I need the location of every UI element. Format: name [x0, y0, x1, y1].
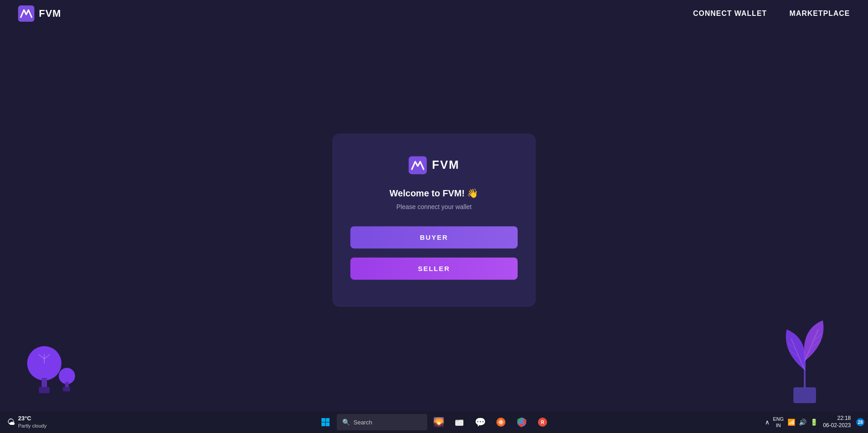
- weather-icon: 🌤: [7, 418, 15, 427]
- card-logo-text: FVM: [432, 158, 460, 172]
- search-bar[interactable]: 🔍 Search: [337, 414, 427, 430]
- main-card: FVM Welcome to FVM! 👋 Please connect you…: [332, 133, 536, 307]
- weather-widget[interactable]: 🌤 23°C Partly cloudy: [4, 413, 50, 431]
- weather-temp: 23°C: [18, 415, 47, 423]
- svg-rect-19: [321, 418, 326, 422]
- system-date: 06-02-2023: [823, 422, 851, 429]
- buyer-button[interactable]: BUYER: [350, 226, 518, 248]
- taskbar-left: 🌤 23°C Partly cloudy: [4, 413, 50, 431]
- card-logo-area: FVM: [409, 156, 460, 174]
- seller-button[interactable]: SELLER: [350, 257, 518, 280]
- file-manager-button[interactable]: [450, 413, 469, 432]
- navbar: FVM CONNECT WALLET MARKETPLACE: [0, 0, 868, 27]
- svg-point-25: [499, 420, 503, 424]
- svg-rect-6: [39, 387, 50, 393]
- system-time: 22:18: [837, 415, 851, 422]
- volume-icon[interactable]: 🔊: [799, 419, 807, 426]
- language-code: ENG: [773, 416, 784, 422]
- svg-rect-22: [326, 423, 330, 427]
- language-indicator: ENG IN: [773, 416, 784, 429]
- photos-app-button[interactable]: 🌄: [429, 413, 448, 432]
- marketplace-link[interactable]: MARKETPLACE: [789, 10, 850, 18]
- search-icon: 🔍: [342, 419, 350, 426]
- search-bar-text: Search: [354, 419, 372, 426]
- wifi-icon[interactable]: 📶: [788, 419, 795, 426]
- weather-condition: Partly cloudy: [18, 423, 47, 429]
- brave-browser-button[interactable]: [491, 413, 510, 432]
- language-region: IN: [776, 422, 781, 428]
- svg-point-28: [520, 420, 524, 424]
- app-button-misc[interactable]: R: [533, 413, 552, 432]
- svg-rect-20: [326, 418, 330, 422]
- battery-icon[interactable]: 🔋: [810, 419, 818, 426]
- weather-text: 23°C Partly cloudy: [18, 415, 47, 429]
- svg-rect-7: [63, 387, 70, 391]
- card-welcome-text: Welcome to FVM! 👋: [390, 188, 479, 199]
- clock-area[interactable]: 22:18 06-02-2023: [823, 415, 851, 429]
- card-subtitle: Please connect your wallet: [396, 203, 472, 210]
- svg-rect-11: [793, 387, 816, 403]
- navbar-logo-text: FVM: [39, 8, 61, 19]
- notification-badge[interactable]: 28: [856, 418, 864, 426]
- navbar-logo: FVM: [18, 5, 61, 22]
- card-logo-icon: [409, 156, 427, 174]
- navbar-logo-icon: [18, 5, 34, 22]
- navbar-links: CONNECT WALLET MARKETPLACE: [693, 10, 850, 18]
- taskbar-center: 🔍 Search 🌄 💬: [316, 413, 552, 432]
- svg-text:R: R: [541, 420, 544, 425]
- chrome-browser-button[interactable]: [512, 413, 531, 432]
- connect-wallet-link[interactable]: CONNECT WALLET: [693, 10, 767, 18]
- svg-rect-21: [321, 423, 326, 427]
- taskbar: 🌤 23°C Partly cloudy 🔍 Search 🌄: [0, 411, 868, 433]
- chevron-up-icon[interactable]: ∧: [765, 419, 769, 426]
- taskbar-right: ∧ ENG IN 📶 🔊 🔋 22:18 06-02-2023 28: [765, 415, 864, 429]
- sys-icons: ∧ ENG IN 📶 🔊 🔋: [765, 416, 818, 429]
- tree-decoration-left: [14, 341, 77, 397]
- chat-app-button[interactable]: 💬: [471, 413, 490, 432]
- leaves-decoration-right: [769, 316, 841, 408]
- svg-point-4: [59, 368, 75, 384]
- windows-start-button[interactable]: [316, 413, 335, 432]
